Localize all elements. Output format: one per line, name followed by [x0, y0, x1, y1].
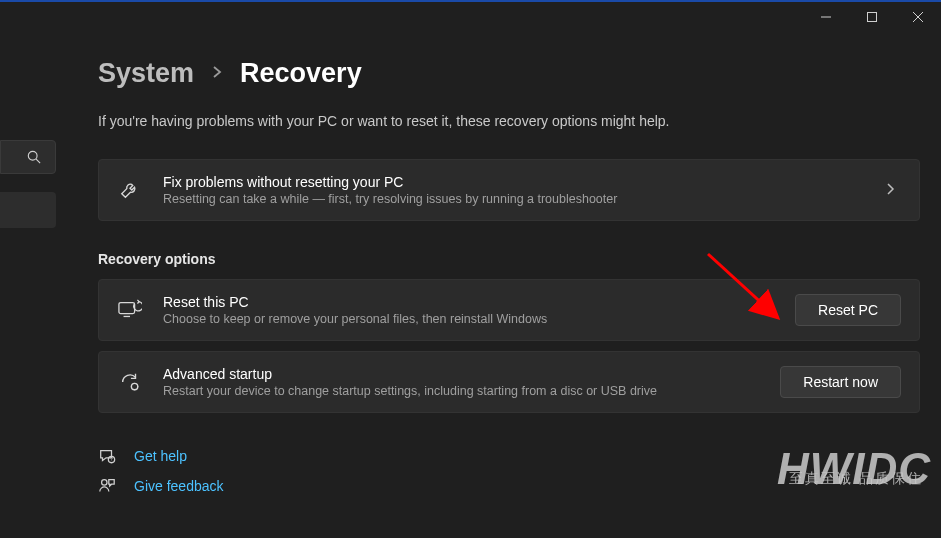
page-title: Recovery — [240, 58, 362, 89]
search-input[interactable] — [0, 140, 56, 174]
troubleshoot-title: Fix problems without resetting your PC — [163, 174, 861, 190]
give-feedback-link[interactable]: Give feedback — [98, 471, 920, 501]
wrench-icon — [117, 177, 143, 203]
reset-pc-subtitle: Choose to keep or remove your personal f… — [163, 312, 775, 326]
help-icon: ? — [98, 447, 118, 465]
maximize-button[interactable] — [849, 2, 895, 32]
restart-now-button[interactable]: Restart now — [780, 366, 901, 398]
svg-point-4 — [28, 151, 37, 160]
minimize-button[interactable] — [803, 2, 849, 32]
troubleshoot-subtitle: Resetting can take a while — first, try … — [163, 192, 861, 206]
troubleshoot-card[interactable]: Fix problems without resetting your PC R… — [98, 159, 920, 221]
section-header-recovery: Recovery options — [98, 251, 920, 267]
sidebar-item-selected[interactable] — [0, 192, 56, 228]
content: System Recovery If you're having problem… — [98, 58, 920, 501]
titlebar — [803, 2, 941, 32]
help-links: ? Get help Give feedback — [98, 441, 920, 501]
advanced-startup-card: Advanced startup Restart your device to … — [98, 351, 920, 413]
svg-line-5 — [36, 159, 40, 163]
advanced-startup-subtitle: Restart your device to change startup se… — [163, 384, 760, 398]
svg-rect-6 — [119, 303, 135, 314]
svg-text:?: ? — [110, 457, 113, 462]
intro-text: If you're having problems with your PC o… — [98, 113, 920, 129]
chevron-right-icon — [212, 65, 222, 83]
breadcrumb-parent[interactable]: System — [98, 58, 194, 89]
svg-point-8 — [131, 383, 137, 389]
svg-rect-1 — [868, 13, 877, 22]
close-button[interactable] — [895, 2, 941, 32]
search-icon — [27, 150, 41, 164]
sidebar — [0, 140, 56, 228]
give-feedback-label: Give feedback — [134, 478, 224, 494]
window-accent-bar — [0, 0, 941, 2]
reset-pc-title: Reset this PC — [163, 294, 775, 310]
feedback-icon — [98, 477, 118, 495]
reset-pc-card: Reset this PC Choose to keep or remove y… — [98, 279, 920, 341]
chevron-right-icon — [881, 181, 901, 199]
breadcrumb: System Recovery — [98, 58, 920, 89]
advanced-startup-title: Advanced startup — [163, 366, 760, 382]
svg-point-15 — [102, 480, 107, 485]
advanced-startup-icon — [117, 369, 143, 395]
get-help-label: Get help — [134, 448, 187, 464]
reset-pc-button[interactable]: Reset PC — [795, 294, 901, 326]
reset-pc-icon — [117, 297, 143, 323]
get-help-link[interactable]: ? Get help — [98, 441, 920, 471]
